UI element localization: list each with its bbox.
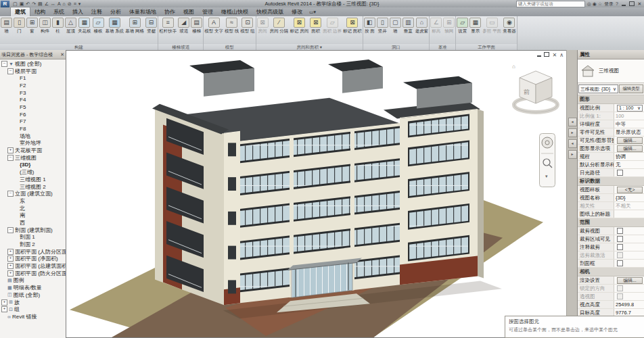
dormer-opening-button[interactable]: ⌂老虎窗 (415, 18, 430, 33)
properties-header[interactable]: 属性 (578, 50, 644, 59)
area-boundary-button[interactable]: ▱面积 边界 (322, 18, 342, 33)
checkbox[interactable] (617, 244, 623, 250)
expander-icon[interactable]: – (7, 191, 14, 197)
undo-icon[interactable]: ↶ (26, 1, 30, 7)
grid-button[interactable]: ⊞轴网 (442, 18, 455, 33)
edit-button[interactable]: 编辑... (617, 277, 643, 284)
steering-wheel-icon[interactable] (542, 137, 553, 148)
expander-icon[interactable]: – (7, 227, 14, 233)
panel-label-room-area[interactable]: 房间和面积 ▾ (256, 43, 363, 50)
window-close-button[interactable]: ✕ (637, 1, 643, 7)
browser-item-19[interactable]: 东 (0, 197, 66, 205)
window-minimize-button[interactable] (620, 1, 626, 7)
checkbox[interactable] (617, 170, 623, 176)
type-selector-dropdown[interactable]: 三维视图: {3D} ∨ (578, 84, 618, 93)
favorites-icon[interactable]: ☆ (598, 1, 602, 6)
dock-button-2[interactable]: ▸ (568, 128, 577, 137)
dock-button-3[interactable]: ◂ (568, 139, 577, 148)
tab-systems[interactable]: 系统 (49, 7, 68, 16)
text-icon[interactable]: A (58, 1, 61, 7)
browser-item-11[interactable]: 室外地坪 (0, 140, 66, 147)
component-button[interactable]: ◫构件 (39, 18, 51, 33)
tag-room-button[interactable]: ⊠标记 房间 (289, 18, 309, 33)
railing-button[interactable]: ≡栏杆扶手 (158, 18, 177, 33)
expander-icon[interactable]: – (7, 155, 14, 161)
drawing-area[interactable]: ✕ ∧ ⌂ 前 (66, 50, 567, 338)
tab-olive-mountain[interactable]: 橄榄山快模 (217, 7, 252, 16)
model-text-button[interactable]: A模型 文字 (204, 18, 224, 33)
close-icon[interactable]: ✕ (60, 52, 64, 57)
viewer-button[interactable]: ◉查看器 (502, 18, 517, 33)
roof-button[interactable]: △屋顶 (64, 18, 77, 33)
building-model[interactable] (152, 59, 484, 312)
browser-item-29[interactable]: +面积平面 (防火分区面积) (0, 270, 66, 277)
browser-item-17[interactable]: 三维视图 2 (0, 183, 66, 191)
expander-icon[interactable]: + (7, 263, 14, 269)
tab-modify[interactable]: 修改 (288, 7, 306, 16)
property-value[interactable]: 中等 (616, 121, 626, 128)
browser-item-9[interactable]: F8 (0, 125, 66, 132)
column-button[interactable]: ▮柱 (51, 18, 64, 33)
dock-button-4[interactable]: ▸ (568, 150, 577, 159)
browser-item-12[interactable]: +天花板平面 (0, 147, 66, 154)
print-icon[interactable]: ▤ (38, 1, 43, 7)
property-section-相机[interactable]: 相机 (578, 268, 644, 276)
viewcube[interactable]: ⌂ 前 (511, 62, 561, 126)
edit-button[interactable]: 编辑... (617, 137, 643, 144)
browser-item-31[interactable]: ▦明细表/数量 (0, 284, 66, 291)
project-browser-header[interactable]: 项目浏览器 - 教学综合楼 ✕ (0, 50, 66, 59)
expander-icon[interactable]: + (7, 147, 14, 153)
browser-item-16[interactable]: 三维视图 1 (0, 176, 66, 183)
expander-icon[interactable]: – (1, 61, 7, 67)
redo-icon[interactable]: ↷ (32, 1, 36, 7)
browser-item-27[interactable]: +面积平面 (净面积) (0, 256, 66, 263)
expander-icon[interactable]: + (1, 299, 7, 306)
browser-item-6[interactable]: F5 (0, 103, 66, 111)
browser-item-13[interactable]: –三维视图 (0, 154, 66, 162)
browser-item-0[interactable]: –▼视图 (全部) (0, 60, 66, 68)
property-section-标识数据[interactable]: 标识数据 (578, 177, 644, 186)
browser-item-34[interactable]: +⊡组 (0, 306, 66, 313)
model-line-button[interactable]: ≈模型 线 (224, 18, 239, 33)
tab-structure[interactable]: 结构 (30, 7, 49, 16)
value-combo[interactable]: 1 : 100∨ (617, 105, 643, 112)
property-value[interactable]: 25499.8 (616, 301, 634, 308)
property-value[interactable]: {3D} (616, 195, 626, 201)
expander-icon[interactable]: + (1, 306, 7, 312)
navbar-expand-icon[interactable]: ▾ (545, 174, 548, 178)
tab-insert[interactable]: 插入 (68, 7, 87, 16)
view-close-button[interactable]: ✕ (552, 53, 557, 58)
communication-center-icon[interactable]: ◉ (593, 1, 598, 6)
room-separator-button[interactable]: ∕房间 分隔 (269, 18, 290, 33)
tab-analyze[interactable]: 分析 (106, 7, 125, 16)
mullion-button[interactable]: ⊟竖梃 (145, 18, 158, 33)
edit-type-button[interactable]: 编辑类型 (619, 84, 643, 93)
section-icon[interactable]: ⊘ (68, 1, 72, 7)
browser-item-24[interactable]: 剖面 1 (0, 234, 66, 241)
property-value[interactable]: 9776.7 (616, 310, 631, 316)
window-button[interactable]: ⊞窗 (26, 18, 39, 33)
help-search-input[interactable] (516, 1, 585, 7)
browser-item-7[interactable]: F6 (0, 111, 66, 118)
dock-button-1[interactable]: ◂ (568, 118, 577, 126)
tab-view[interactable]: 视图 (179, 7, 198, 16)
browser-item-5[interactable]: F4 (0, 96, 66, 103)
browser-item-25[interactable]: 剖面 2 (0, 241, 66, 248)
expander-icon[interactable]: + (7, 270, 14, 276)
property-value[interactable]: 无 (616, 162, 621, 168)
view-restore-button[interactable] (544, 52, 549, 58)
opening-by-face-button[interactable]: ◧按 面 (363, 18, 376, 33)
tag-area-button[interactable]: ⊠标记 面积 (342, 18, 363, 33)
measure-icon[interactable]: ∠ (45, 1, 49, 7)
level-button[interactable]: ∠标高 (430, 18, 442, 33)
browser-item-4[interactable]: F3 (0, 89, 66, 97)
3d-view-scene[interactable] (66, 51, 566, 337)
room-button[interactable]: ⊠房间 (256, 18, 269, 33)
floor-button[interactable]: ▱楼板 (92, 18, 105, 33)
browser-item-22[interactable]: 西 (0, 219, 66, 226)
wall-button[interactable]: ▤墙 (0, 18, 13, 33)
browser-item-23[interactable]: –剖面 (建筑剖面) (0, 226, 66, 234)
view-minimize-button[interactable] (537, 52, 541, 58)
expander-icon[interactable]: – (7, 68, 14, 74)
ceiling-button[interactable]: ▦天花板 (77, 18, 92, 33)
